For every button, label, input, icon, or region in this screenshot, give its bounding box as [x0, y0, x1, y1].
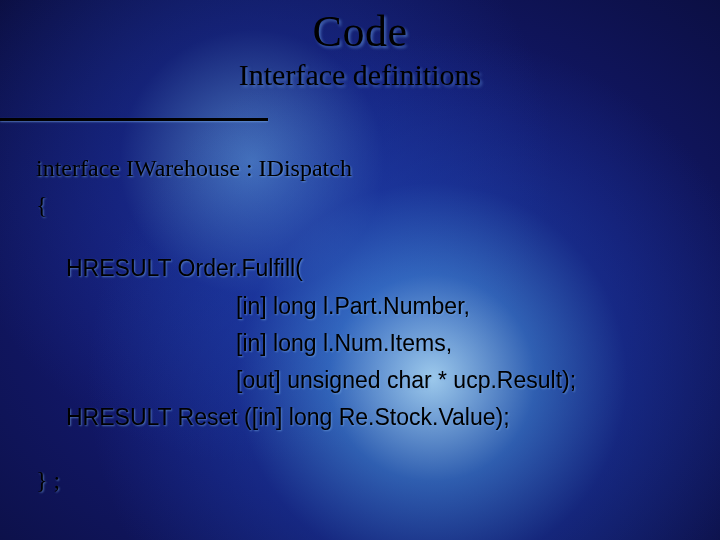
slide: Code Interface definitions interface IWa…: [0, 0, 720, 540]
code-line: HRESULT Order.Fulfill(: [36, 250, 684, 287]
code-text: [out] unsigned char * ucp.Result);: [236, 367, 576, 393]
code-line: [out] unsigned char * ucp.Result);: [36, 362, 684, 399]
code-line: [in] long l.Num.Items,: [36, 325, 684, 362]
code-text: [in] long l.Part.Number,: [236, 293, 470, 319]
blank-line: [36, 224, 684, 250]
code-line: [in] long l.Part.Number,: [36, 288, 684, 325]
title-underline: [0, 118, 268, 121]
code-text: HRESULT Reset ([in] long Re.Stock.Value)…: [66, 404, 510, 430]
code-line: {: [36, 187, 684, 224]
code-text: [in] long l.Num.Items,: [236, 330, 452, 356]
slide-subtitle: Interface definitions: [0, 58, 720, 92]
code-line: HRESULT Reset ([in] long Re.Stock.Value)…: [36, 399, 684, 436]
blank-line: [36, 436, 684, 462]
slide-title: Code: [0, 6, 720, 57]
code-line: interface IWarehouse : IDispatch: [36, 150, 684, 187]
code-text: HRESULT Order.Fulfill(: [66, 255, 303, 281]
code-body: interface IWarehouse : IDispatch { HRESU…: [36, 150, 684, 500]
code-line: } ;: [36, 462, 684, 499]
